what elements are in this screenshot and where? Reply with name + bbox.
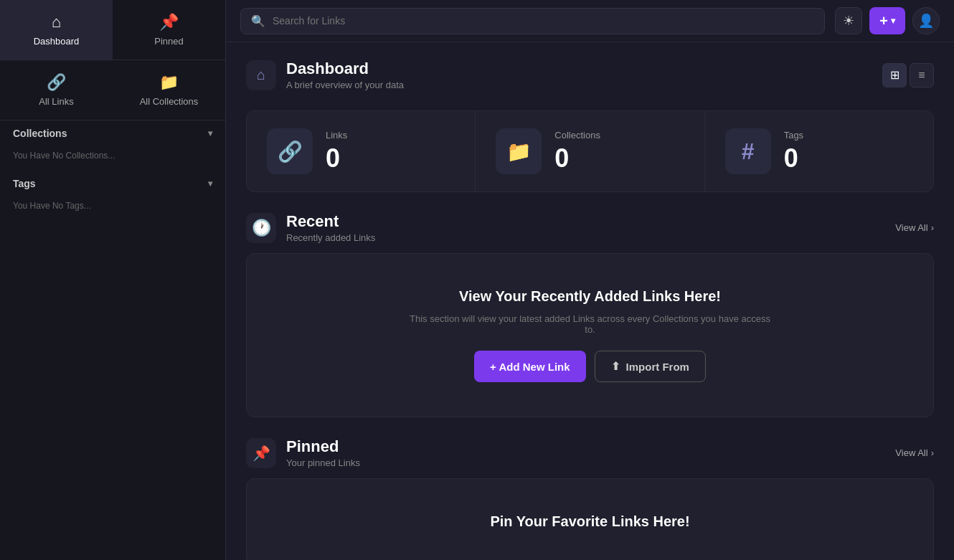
sidebar-links-nav: 🔗 All Links 📁 All Collections — [0, 60, 225, 120]
sidebar-label-pinned: Pinned — [154, 36, 183, 47]
pin-icon: 📌 — [159, 13, 179, 32]
pinned-title: Pinned — [286, 437, 360, 456]
stat-tags: # Tags 0 — [705, 111, 933, 191]
pinned-view-all-chevron-icon: › — [931, 447, 934, 458]
sidebar-label-all-collections: All Collections — [140, 96, 199, 107]
pinned-section: 📌 Pinned Your pinned Links View All › Pi… — [246, 437, 934, 560]
pinned-empty-card: Pin Your Favorite Links Here! — [246, 478, 934, 560]
sidebar: ⌂ Dashboard 📌 Pinned 🔗 All Links 📁 All C… — [0, 0, 226, 560]
dashboard-header-row: ⌂ Dashboard A brief overview of your dat… — [246, 60, 934, 90]
add-link-label: + Add New Link — [490, 361, 570, 373]
recent-icon: 🕐 — [246, 213, 276, 243]
stats-card: 🔗 Links 0 📁 Collections 0 # Tags 0 — [246, 110, 934, 192]
pinned-subtitle: Your pinned Links — [286, 457, 360, 468]
sidebar-item-all-links[interactable]: 🔗 All Links — [0, 60, 113, 120]
pinned-view-all-button[interactable]: View All › — [895, 447, 934, 458]
topbar: 🔍 ☀ + ▾ 👤 — [226, 0, 954, 42]
dashboard-subtitle: A brief overview of your data — [286, 80, 404, 90]
recent-empty-actions: + Add New Link ⬆ Import From — [474, 351, 706, 382]
stat-tags-content: Tags 0 — [784, 130, 803, 174]
stat-links-icon: 🔗 — [267, 128, 313, 174]
recent-empty-title: View Your Recently Added Links Here! — [459, 288, 721, 305]
search-bar[interactable]: 🔍 — [240, 8, 825, 34]
dashboard-title-block: Dashboard A brief overview of your data — [286, 60, 404, 90]
sidebar-top-nav: ⌂ Dashboard 📌 Pinned — [0, 0, 225, 60]
stat-collections: 📁 Collections 0 — [476, 111, 704, 191]
collections-label: Collections — [13, 128, 67, 139]
sun-icon: ☀ — [843, 13, 854, 29]
add-chevron-icon: ▾ — [891, 16, 895, 26]
pinned-empty-title: Pin Your Favorite Links Here! — [490, 513, 689, 530]
recent-view-all-button[interactable]: View All › — [895, 222, 934, 233]
tags-empty-text: You Have No Tags... — [0, 196, 225, 221]
tags-label: Tags — [13, 178, 36, 189]
sidebar-item-all-collections[interactable]: 📁 All Collections — [113, 60, 225, 120]
recent-empty-card: View Your Recently Added Links Here! Thi… — [246, 253, 934, 417]
stat-links-content: Links 0 — [326, 130, 347, 174]
import-icon: ⬆ — [611, 360, 620, 373]
link-icon: 🔗 — [47, 73, 66, 92]
add-new-link-button[interactable]: + Add New Link — [474, 351, 586, 382]
pinned-title-block: Pinned Your pinned Links — [286, 437, 360, 468]
stat-links-value: 0 — [326, 143, 347, 174]
recent-title-area: 🕐 Recent Recently added Links — [246, 212, 375, 243]
stat-links-label: Links — [326, 130, 347, 141]
pinned-title-area: 📌 Pinned Your pinned Links — [246, 437, 360, 468]
pinned-section-icon: 📌 — [246, 438, 276, 468]
recent-title: Recent — [286, 212, 375, 231]
dashboard-icon: ⌂ — [52, 13, 61, 32]
stat-tags-icon: # — [725, 128, 771, 174]
recent-section: 🕐 Recent Recently added Links View All ›… — [246, 212, 934, 417]
pinned-view-all-label: View All — [895, 447, 927, 458]
stat-collections-content: Collections 0 — [554, 130, 600, 174]
sidebar-item-pinned[interactable]: 📌 Pinned — [113, 0, 225, 60]
list-view-button[interactable]: ≡ — [910, 63, 934, 87]
tags-section-header[interactable]: Tags ▾ — [0, 171, 225, 196]
recent-view-all-label: View All — [895, 222, 927, 233]
plus-icon: + — [879, 13, 888, 29]
stat-collections-icon: 📁 — [496, 128, 542, 174]
recent-subtitle: Recently added Links — [286, 232, 375, 243]
dashboard-header: ⌂ Dashboard A brief overview of your dat… — [246, 60, 404, 90]
collections-section-header[interactable]: Collections ▾ — [0, 120, 225, 146]
tags-chevron-icon: ▾ — [208, 179, 212, 189]
sidebar-label-dashboard: Dashboard — [34, 36, 80, 47]
theme-toggle-button[interactable]: ☀ — [835, 7, 862, 34]
dashboard-title: Dashboard — [286, 60, 404, 78]
main-content: 🔍 ☀ + ▾ 👤 ⌂ Dashboard A brief overvie — [226, 0, 954, 560]
add-button[interactable]: + ▾ — [869, 7, 905, 34]
grid-view-button[interactable]: ⊞ — [882, 63, 907, 87]
stat-links: 🔗 Links 0 — [247, 111, 476, 191]
sidebar-label-all-links: All Links — [39, 96, 73, 107]
topbar-actions: ☀ + ▾ 👤 — [835, 7, 940, 34]
collections-empty-text: You Have No Collections... — [0, 146, 225, 171]
view-toggle: ⊞ ≡ — [882, 63, 934, 87]
recent-view-all-chevron-icon: › — [931, 222, 934, 233]
page-content: ⌂ Dashboard A brief overview of your dat… — [226, 42, 954, 560]
collections-chevron-icon: ▾ — [208, 128, 212, 138]
recent-title-block: Recent Recently added Links — [286, 212, 375, 243]
import-label: Import From — [626, 361, 689, 373]
search-icon: 🔍 — [251, 14, 265, 28]
dashboard-section-icon: ⌂ — [246, 60, 276, 90]
stat-tags-label: Tags — [784, 130, 803, 141]
stat-collections-value: 0 — [554, 143, 600, 174]
stat-collections-label: Collections — [554, 130, 600, 141]
search-input[interactable] — [273, 15, 814, 27]
recent-header: 🕐 Recent Recently added Links View All › — [246, 212, 934, 243]
folder-icon: 📁 — [159, 73, 179, 92]
profile-icon: 👤 — [918, 13, 934, 29]
pinned-header: 📌 Pinned Your pinned Links View All › — [246, 437, 934, 468]
import-from-button[interactable]: ⬆ Import From — [595, 351, 706, 382]
sidebar-item-dashboard[interactable]: ⌂ Dashboard — [0, 0, 113, 60]
recent-empty-desc: This section will view your latest added… — [404, 313, 777, 335]
profile-button[interactable]: 👤 — [912, 7, 940, 34]
stat-tags-value: 0 — [784, 143, 803, 174]
